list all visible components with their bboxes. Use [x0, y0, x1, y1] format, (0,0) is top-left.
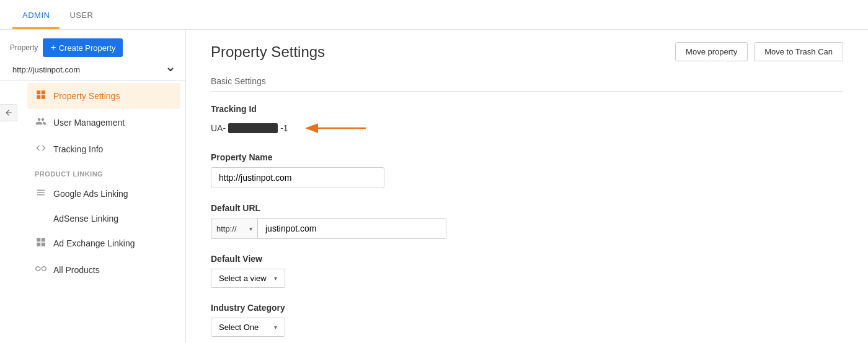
sidebar-item-google-ads[interactable]: Google Ads Linking [27, 181, 180, 207]
property-dropdown[interactable]: http://justinpot.com [10, 64, 175, 75]
plus-icon: + [50, 42, 56, 53]
tracking-id-label: Tracking Id [211, 104, 843, 114]
back-arrow-icon [4, 108, 13, 117]
sidebar-item-user-management[interactable]: User Management [27, 110, 180, 136]
default-view-chevron-icon: ▾ [274, 275, 277, 282]
newspaper-icon [35, 187, 47, 201]
property-label: Property [10, 43, 38, 52]
industry-category-label: Industry Category [211, 303, 843, 313]
header-actions: Move property Move to Trash Can [675, 42, 843, 61]
back-button[interactable] [0, 104, 17, 121]
sidebar-nav: Property Settings User Management [0, 83, 185, 283]
url-protocol-chevron-icon: ▾ [249, 225, 252, 232]
page-title: Property Settings [211, 43, 325, 61]
tab-admin[interactable]: ADMIN [12, 3, 60, 29]
property-settings-label: Property Settings [53, 91, 120, 101]
google-ads-label: Google Ads Linking [53, 189, 128, 199]
url-domain-input[interactable] [257, 218, 446, 239]
create-property-button[interactable]: + Create Property [43, 38, 123, 57]
main-content: Property Settings Move property Move to … [186, 30, 868, 343]
property-selector[interactable]: http://justinpot.com [0, 62, 185, 80]
product-linking-section-label: PRODUCT LINKING [22, 163, 185, 180]
industry-category-value: Select One [219, 323, 259, 332]
property-name-label: Property Name [211, 152, 843, 162]
default-view-label: Default View [211, 254, 843, 264]
industry-category-dropdown[interactable]: Select One ▾ [211, 318, 285, 337]
default-view-group: Default View Select a view ▾ [211, 254, 843, 288]
url-input-group: http:// ▾ [211, 218, 446, 239]
ad-exchange-icon [35, 237, 47, 250]
tracking-id-row: UA--1 [211, 119, 843, 137]
arrow-icon [296, 119, 370, 137]
default-url-label: Default URL [211, 203, 843, 213]
tracking-id-prefix: UA- [211, 123, 226, 133]
ad-exchange-label: Ad Exchange Linking [53, 238, 135, 248]
tracking-id-value: UA--1 [211, 123, 288, 133]
sidebar-item-property-settings[interactable]: Property Settings [27, 83, 180, 109]
main-layout: Property + Create Property http://justin… [0, 30, 868, 343]
all-products-label: All Products [53, 265, 100, 275]
tracking-id-group: Tracking Id UA--1 [211, 104, 843, 137]
move-property-button[interactable]: Move property [675, 42, 748, 61]
adsense-label: AdSense Linking [53, 214, 118, 224]
property-header: Property + Create Property [0, 30, 185, 62]
create-property-label: Create Property [59, 43, 116, 53]
sidebar-item-adsense[interactable]: AdSense Linking [27, 207, 180, 230]
sidebar-item-all-products[interactable]: All Products [27, 257, 180, 283]
move-to-trash-button[interactable]: Move to Trash Can [754, 42, 843, 61]
industry-category-chevron-icon: ▾ [274, 324, 277, 331]
url-protocol-dropdown[interactable]: http:// ▾ [211, 219, 257, 239]
page-header: Property Settings Move property Move to … [211, 42, 843, 61]
default-view-value: Select a view [219, 274, 267, 283]
industry-category-group: Industry Category Select One ▾ [211, 303, 843, 337]
sidebar-item-tracking-info[interactable]: Tracking Info [27, 136, 180, 162]
code-icon [35, 142, 47, 156]
grid-icon [35, 89, 47, 103]
tracking-id-suffix: -1 [280, 123, 288, 133]
default-view-dropdown[interactable]: Select a view ▾ [211, 269, 285, 288]
tab-user[interactable]: USER [60, 3, 103, 29]
user-management-label: User Management [53, 118, 125, 128]
sidebar-item-ad-exchange[interactable]: Ad Exchange Linking [27, 230, 180, 256]
all-products-icon [35, 263, 47, 277]
property-name-input[interactable] [211, 167, 384, 188]
default-url-group: Default URL http:// ▾ [211, 203, 843, 239]
url-protocol-value: http:// [216, 224, 237, 233]
basic-settings-heading: Basic Settings [211, 76, 843, 92]
top-nav: ADMIN USER [0, 0, 868, 30]
arrow-annotation [296, 119, 370, 137]
tracking-id-redacted [228, 123, 278, 133]
property-name-group: Property Name [211, 152, 843, 188]
users-icon [35, 116, 47, 129]
sidebar: Property + Create Property http://justin… [0, 30, 186, 343]
tracking-info-label: Tracking Info [53, 144, 103, 154]
